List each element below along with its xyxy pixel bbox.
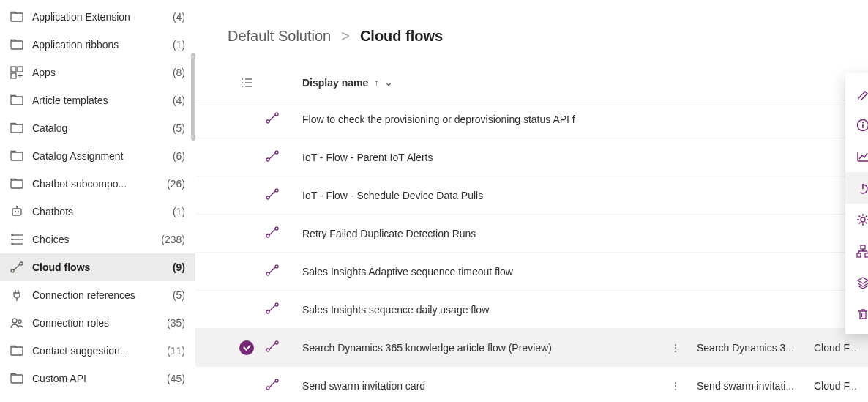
row-display-name[interactable]: Flow to check the provisioning or deprov… [302, 113, 868, 125]
flow-icon [266, 149, 279, 165]
sidebar-item-application-extension[interactable]: Application Extension (4) [0, 3, 195, 31]
sidebar-item-count: (8) [173, 67, 185, 78]
plug-icon [10, 289, 23, 302]
info-icon [856, 118, 868, 133]
sidebar-item-count: (45) [167, 373, 185, 384]
column-display-name[interactable]: Display name ↑ ⌄ [302, 77, 392, 89]
folder-icon [10, 122, 23, 135]
sidebar-item-connection-roles[interactable]: Connection roles (35) [0, 309, 195, 337]
row-display-name[interactable]: IoT - Flow - Parent IoT Alerts [302, 152, 868, 163]
sidebar-item-count: (6) [173, 150, 185, 162]
main-content: Default Solution > Cloud flows Display n… [195, 0, 868, 402]
flow-icon [266, 187, 279, 203]
select-all-column[interactable] [228, 76, 266, 89]
folder-icon [10, 344, 23, 357]
sidebar-item-count: (5) [173, 122, 185, 134]
sidebar-item-label: Catalog [32, 122, 165, 134]
flow-icon [266, 340, 279, 355]
sidebar-item-contact-suggestion[interactable]: Contact suggestion... (11) [0, 337, 195, 365]
row-display-name[interactable]: Sales Insights Adaptive sequence timeout… [302, 266, 868, 278]
row-selected-indicator[interactable] [239, 340, 254, 355]
table-row[interactable]: Search Dynamics 365 knowledge article fl… [195, 329, 868, 367]
menu-item-details[interactable]: Details〉 [845, 109, 868, 141]
sidebar-item-application-ribbons[interactable]: Application ribbons (1) [0, 31, 195, 59]
row-name-secondary: Send swarm invitati... [697, 380, 814, 392]
sidebar-item-count: (26) [167, 178, 185, 190]
sidebar-item-label: Catalog Assignment [32, 150, 165, 162]
row-display-name[interactable]: Sales Insights sequence daily usage flow [302, 304, 868, 316]
sidebar-item-count: (5) [173, 289, 185, 301]
list-icon [240, 76, 253, 89]
sidebar-item-article-templates[interactable]: Article templates (4) [0, 86, 195, 114]
sidebar-item-label: Connection references [32, 289, 165, 301]
folder-icon [10, 38, 23, 51]
table-row[interactable]: Sales Insights sequence daily usage flow [195, 291, 868, 329]
column-label: Display name [302, 77, 368, 89]
sidebar: Application Extension (4) Application ri… [0, 0, 195, 402]
power-icon [856, 181, 868, 196]
sidebar-item-label: Apps [32, 67, 165, 78]
people-icon [10, 316, 23, 330]
sidebar-item-count: (11) [167, 345, 185, 357]
sidebar-item-custom-api[interactable]: Custom API (45) [0, 365, 195, 392]
chevron-down-icon[interactable]: ⌄ [385, 78, 392, 88]
menu-item-see-analytics[interactable]: See analytics [845, 141, 868, 172]
context-menu: Edit〉 Details〉 See analytics Turn on Man… [845, 73, 868, 334]
menu-item-turn-on[interactable]: Turn on [845, 172, 868, 204]
row-actions-menu[interactable]: ⋮ [654, 380, 697, 392]
sidebar-item-apps[interactable]: Apps (8) [0, 59, 195, 86]
row-display-name[interactable]: IoT - Flow - Schedule Device Data Pulls [302, 190, 868, 201]
menu-item-delete-from-this-environment: Delete from this environment [845, 298, 868, 330]
sidebar-item-label: Chatbots [32, 206, 165, 217]
menu-item-managed-properties[interactable]: Managed properties [845, 204, 868, 235]
folder-icon [10, 94, 23, 107]
breadcrumb-root[interactable]: Default Solution [228, 28, 331, 45]
row-display-name[interactable]: Send swarm invitation card [302, 380, 654, 392]
sidebar-item-connection-references[interactable]: Connection references (5) [0, 281, 195, 309]
sidebar-item-label: Connection roles [32, 317, 160, 329]
sidebar-item-cloud-flows[interactable]: Cloud flows (9) [0, 253, 195, 281]
sidebar-item-count: (4) [173, 11, 185, 23]
sidebar-item-label: Custom API [32, 373, 160, 384]
sidebar-item-catalog-assignment[interactable]: Catalog Assignment (6) [0, 142, 195, 170]
sidebar-item-catalog[interactable]: Catalog (5) [0, 114, 195, 142]
row-type: Cloud F... [814, 380, 868, 392]
flow-icon [266, 111, 279, 127]
flows-table: Display name ↑ ⌄ Flow to check the provi… [195, 65, 868, 402]
sidebar-item-label: Cloud flows [32, 261, 165, 273]
bot-icon [10, 205, 23, 218]
flow-icon [266, 378, 279, 393]
table-row[interactable]: Flow to check the provisioning or deprov… [195, 100, 868, 138]
folder-icon [10, 10, 23, 23]
sidebar-item-count: (35) [167, 317, 185, 329]
table-row[interactable]: IoT - Flow - Parent IoT Alerts [195, 138, 868, 176]
flow-icon [266, 264, 279, 279]
breadcrumb-leaf: Cloud flows [360, 28, 443, 45]
row-type: Cloud F... [814, 342, 868, 354]
menu-item-edit[interactable]: Edit〉 [845, 78, 868, 109]
row-name-secondary: Search Dynamics 3... [697, 342, 814, 354]
analytics-icon [856, 149, 868, 164]
sidebar-item-chatbot-subcompo[interactable]: Chatbot subcompo... (26) [0, 170, 195, 198]
sort-ascending-icon: ↑ [374, 77, 379, 88]
layers-icon [856, 275, 868, 290]
choices-icon [10, 233, 23, 246]
apps-icon [10, 66, 23, 79]
sidebar-item-label: Application ribbons [32, 39, 165, 51]
menu-item-see-solution-layers[interactable]: See solution layers [845, 267, 868, 298]
sidebar-item-label: Application Extension [32, 11, 165, 23]
table-row[interactable]: Retry Failed Duplicate Detection Runs [195, 215, 868, 253]
menu-item-show-dependencies[interactable]: Show dependencies [845, 235, 868, 267]
sidebar-item-chatbots[interactable]: Chatbots (1) [0, 198, 195, 226]
table-row[interactable]: Send swarm invitation card⋮ Send swarm i… [195, 367, 868, 402]
table-row[interactable]: Sales Insights Adaptive sequence timeout… [195, 253, 868, 291]
table-row[interactable]: IoT - Flow - Schedule Device Data Pulls [195, 176, 868, 215]
sidebar-item-choices[interactable]: Choices (238) [0, 226, 195, 253]
sidebar-item-label: Article templates [32, 94, 165, 106]
row-display-name[interactable]: Search Dynamics 365 knowledge article fl… [302, 342, 654, 354]
sidebar-item-count: (238) [161, 234, 185, 245]
row-actions-menu[interactable]: ⋮ [654, 342, 697, 354]
table-header: Display name ↑ ⌄ [195, 65, 868, 100]
row-display-name[interactable]: Retry Failed Duplicate Detection Runs [302, 228, 868, 239]
folder-icon [10, 372, 23, 385]
